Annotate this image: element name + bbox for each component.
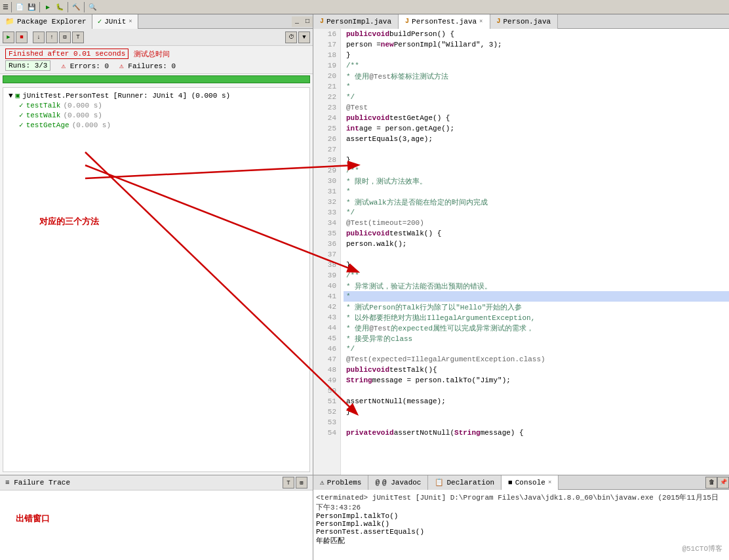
finished-time: Finished after 0.01 seconds — [5, 49, 128, 59]
code-line-41: * — [344, 291, 729, 302]
tab-package-explorer[interactable]: 📁 Package Explorer — [0, 14, 92, 29]
test-name-1: testWalk — [26, 111, 61, 119]
junit-menu-btn[interactable]: ▼ — [298, 31, 310, 43]
console-lines: PersonImpl.talkTo()PersonImpl.walk()Pers… — [316, 512, 726, 546]
minimize-left[interactable]: _ — [292, 16, 302, 27]
test-children: ✓ testTalk (0.000 s) ✓ testWalk (0.000 s… — [6, 100, 307, 130]
btab-label-declaration: Declaration — [446, 479, 494, 487]
code-content[interactable]: public void buildPerson() { person = new… — [341, 29, 729, 475]
main-toolbar: ☰ 📄 💾 ▶ 🐛 🔨 🔍 — [0, 0, 729, 14]
editor-tab-person[interactable]: J Person.java — [490, 14, 559, 29]
test-tree[interactable]: ▼ ▣ jUnitTest.PersonTest [Runner: JUnit … — [3, 87, 310, 472]
runs-label: Runs: — [9, 62, 30, 70]
failure-trace-label: Failure Trace — [14, 479, 70, 487]
java-icon-1: J — [405, 18, 409, 25]
junit-stop-btn[interactable]: ■ — [16, 31, 28, 43]
editor-tab-bar: J PersonImpl.java J PersonTest.java × J … — [313, 14, 729, 29]
java-icon-0: J — [320, 18, 324, 25]
test-time-2: (0.000 s) — [72, 121, 111, 129]
code-line-36: person.walk(); — [344, 239, 729, 249]
editor-tab-personimpl[interactable]: J PersonImpl.java — [313, 14, 399, 29]
junit-prev-fail-btn[interactable]: ↑ — [46, 31, 58, 43]
editor-tab-persontest[interactable]: J PersonTest.java × — [399, 14, 490, 29]
bottom-panel: ⚠ Problems @ @ Javadoc 📋 Declaration ■ C… — [313, 475, 729, 560]
failure-trace-panel: ≡ Failure Trace ⊤ ⊞ 出错窗口 — [0, 475, 313, 560]
line-numbers: 1617181920212223242526272829303132333435… — [313, 29, 341, 475]
code-line-49: String message = person.talkTo("Jimy"); — [344, 375, 729, 386]
line-num-44: 44 — [313, 323, 340, 333]
code-line-37 — [344, 249, 729, 260]
suite-label: jUnitTest.PersonTest [Runner: JUnit 4] (… — [22, 92, 230, 100]
stats-line2: Runs: 3/3 ⚠ Errors: 0 ⚠ Failures: 0 — [5, 60, 307, 71]
junit-history-btn[interactable]: ⏱ — [285, 31, 297, 43]
save-btn[interactable]: 💾 — [26, 2, 37, 12]
code-line-30: * 限时，测试方法效率。 — [344, 176, 729, 186]
code-line-43: * 以外都要拒绝对方抛出IllegalArgumentException, — [344, 312, 729, 323]
code-line-23: @Test — [344, 102, 729, 113]
line-num-41: 41 — [313, 291, 340, 302]
junit-collapse-btn[interactable]: ⊟ — [59, 31, 71, 43]
console-line-0: PersonImpl.talkTo() — [316, 512, 726, 520]
test-suite-item[interactable]: ▼ ▣ jUnitTest.PersonTest [Runner: JUnit … — [6, 90, 307, 100]
btab-label-problems: Problems — [327, 479, 362, 487]
stats-line1: Finished after 0.01 seconds 测试总时间 — [5, 49, 307, 59]
btab-console[interactable]: ■ Console × — [502, 475, 559, 490]
line-num-52: 52 — [313, 407, 340, 417]
run-btn[interactable]: ▶ — [43, 2, 53, 12]
debug-btn[interactable]: 🐛 — [54, 2, 65, 12]
code-line-20: * 使用@Test标签标注测试方法 — [344, 71, 729, 81]
test-item-0[interactable]: ✓ testTalk (0.000 s) — [16, 100, 307, 110]
btab-close-console[interactable]: × — [548, 479, 551, 486]
line-num-50: 50 — [313, 386, 340, 396]
test-icon-2: ✓ — [19, 121, 24, 129]
code-line-32: * 测试walk方法是否能在给定的时间内完成 — [344, 197, 729, 207]
editor-tab-close-1[interactable]: × — [479, 18, 483, 25]
junit-next-fail-btn[interactable]: ↓ — [33, 31, 45, 43]
line-num-38: 38 — [313, 260, 340, 270]
editor-area[interactable]: 1617181920212223242526272829303132333435… — [313, 29, 729, 475]
toolbar-sep-4 — [84, 2, 85, 12]
new-btn[interactable]: 📄 — [14, 2, 25, 12]
trace-btn-1[interactable]: ⊤ — [283, 477, 294, 489]
console-line-1: PersonImpl.walk() — [316, 520, 726, 528]
junit-filter-btn[interactable]: ⊤ — [72, 31, 84, 43]
btab-problems[interactable]: ⚠ Problems — [313, 475, 368, 490]
test-item-1[interactable]: ✓ testWalk (0.000 s) — [16, 110, 307, 120]
btab-label-javadoc: @ Javadoc — [382, 479, 421, 487]
failures-value: 0 — [171, 62, 176, 70]
line-num-27: 27 — [313, 144, 340, 155]
code-line-53 — [344, 417, 729, 428]
code-line-40: * 异常测试，验证方法能否抛出预期的错误。 — [344, 281, 729, 291]
btab-declaration[interactable]: 📋 Declaration — [428, 475, 502, 490]
line-num-20: 20 — [313, 71, 340, 81]
junit-rerun-btn[interactable]: ▶ — [3, 31, 14, 43]
code-line-26: assertEquals(3,age); — [344, 134, 729, 144]
console-line-3: 年龄匹配 — [316, 536, 726, 546]
trace-btn-2[interactable]: ⊞ — [296, 477, 307, 489]
search-btn[interactable]: 🔍 — [87, 2, 98, 12]
console-clear-btn[interactable]: 🗑 — [705, 477, 717, 489]
line-num-18: 18 — [313, 50, 340, 60]
line-num-21: 21 — [313, 81, 340, 92]
tree-root: ▼ ▣ jUnitTest.PersonTest [Runner: JUnit … — [3, 88, 309, 132]
editor-tab-label-0: PersonImpl.java — [326, 18, 391, 26]
line-num-37: 37 — [313, 249, 340, 260]
test-item-2[interactable]: ✓ testGetAge (0.000 s) — [16, 120, 307, 130]
line-num-36: 36 — [313, 239, 340, 249]
line-num-54: 54 — [313, 428, 340, 438]
line-num-28: 28 — [313, 155, 340, 165]
line-num-33: 33 — [313, 207, 340, 218]
failure-trace-title: ≡ Failure Trace — [5, 479, 70, 487]
line-num-16: 16 — [313, 29, 340, 39]
junit-icon: ✓ — [98, 17, 102, 26]
maximize-left[interactable]: □ — [302, 16, 313, 27]
btab-javadoc[interactable]: @ @ Javadoc — [368, 475, 428, 490]
tab-close-junit[interactable]: × — [128, 18, 132, 25]
build-btn[interactable]: 🔨 — [71, 2, 81, 12]
line-num-26: 26 — [313, 134, 340, 144]
tab-junit[interactable]: ✓ JUnit × — [92, 14, 138, 29]
line-num-24: 24 — [313, 113, 340, 123]
console-pin-btn[interactable]: 📌 — [717, 477, 729, 489]
line-num-43: 43 — [313, 312, 340, 323]
test-time-0: (0.000 s) — [63, 102, 102, 110]
